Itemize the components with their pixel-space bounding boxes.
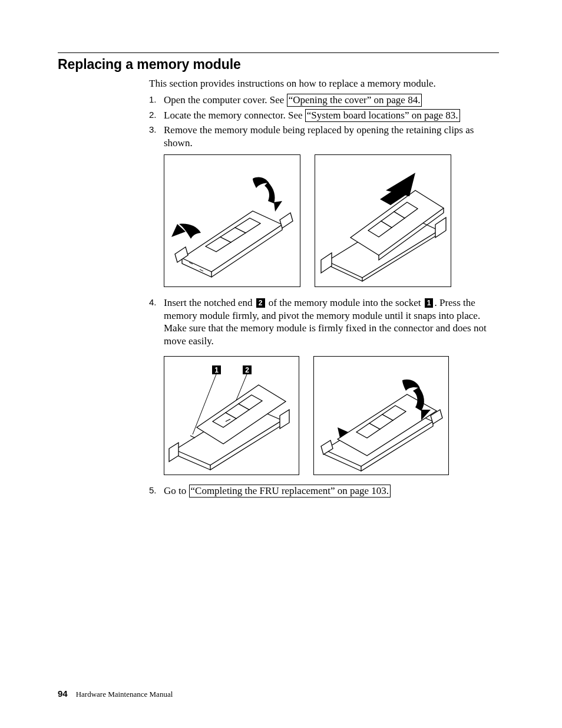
figure-remove-lifted (315, 154, 451, 287)
step-text-part2: of the memory module into the socket (266, 297, 424, 308)
step-number: 2. (149, 109, 157, 120)
step-text: Locate the memory connector. See (164, 110, 305, 121)
step-5: 5. Go to “Completing the FRU replacement… (149, 485, 499, 498)
figure-insert-press (313, 356, 449, 475)
step-number: 1. (149, 94, 157, 105)
step-text: Open the computer cover. See (164, 94, 287, 106)
steps-list: 1. Open the computer cover. See “Opening… (149, 94, 499, 498)
fig-callout-1: 1 (214, 366, 219, 374)
figure-row-1 (164, 154, 499, 287)
figure-remove-press (164, 154, 300, 287)
svg-line-6 (190, 436, 195, 438)
svg-line-1 (200, 269, 203, 271)
step-number: 5. (149, 485, 157, 496)
section-heading: Replacing a memory module (58, 57, 499, 73)
callout-1: 1 (425, 298, 434, 308)
figure-row-2: 1 2 (164, 356, 499, 475)
step-number: 3. (149, 124, 157, 135)
page-footer: 94Hardware Maintenance Manual (58, 689, 173, 699)
step-text: Remove the memory module being replaced … (164, 124, 474, 149)
step-number: 4. (149, 297, 157, 308)
section-rule (58, 52, 499, 53)
step-1: 1. Open the computer cover. See “Opening… (149, 94, 499, 107)
step-3: 3. Remove the memory module being replac… (149, 124, 499, 287)
figure-insert-labeled: 1 2 (164, 356, 299, 475)
step-4: 4. Insert the notched end 2 of the memor… (149, 297, 499, 475)
link-open-cover[interactable]: “Opening the cover” on page 84. (287, 94, 422, 107)
step-text: Go to (164, 485, 189, 496)
fig-callout-2: 2 (245, 366, 249, 374)
intro-text: This section provides instructions on ho… (149, 77, 499, 90)
callout-2: 2 (256, 298, 265, 308)
link-completing-fru[interactable]: “Completing the FRU replacement” on page… (189, 485, 391, 498)
page-number: 94 (58, 689, 68, 699)
link-system-board[interactable]: “System board locations” on page 83. (305, 109, 460, 122)
doc-title: Hardware Maintenance Manual (76, 690, 173, 699)
step-text-part1: Insert the notched end (164, 297, 255, 308)
step-2: 2. Locate the memory connector. See “Sys… (149, 109, 499, 122)
